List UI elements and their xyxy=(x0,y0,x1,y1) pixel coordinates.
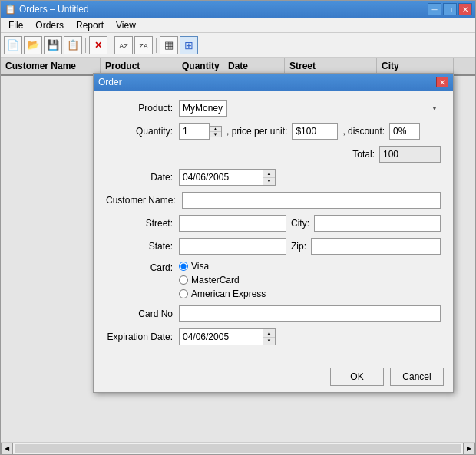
date-spin-down[interactable]: ▼ xyxy=(263,178,275,186)
table-button[interactable] xyxy=(180,36,198,54)
product-select-wrapper: MyMoney Product2 Product3 xyxy=(179,100,441,117)
card-visa-text: Visa xyxy=(191,261,209,272)
app-icon: 📋 xyxy=(4,3,16,15)
card-mastercard-radio[interactable] xyxy=(179,275,188,285)
expiration-date-spinner: ▲ ▼ xyxy=(263,328,276,345)
menu-report[interactable]: Report xyxy=(70,18,110,32)
customer-name-input[interactable] xyxy=(182,192,441,209)
menu-orders[interactable]: Orders xyxy=(29,18,70,32)
dialog-close-button[interactable]: ✕ xyxy=(436,77,448,87)
order-dialog: Order ✕ Product: MyMoney Product2 Produc… xyxy=(93,73,454,393)
save-button[interactable] xyxy=(44,36,62,54)
toolbar xyxy=(1,33,475,58)
sort-desc-button[interactable] xyxy=(134,36,153,54)
city-label: City: xyxy=(291,218,309,229)
quantity-row: Quantity: ▲ ▼ , price per unit: , discou… xyxy=(106,123,441,140)
customer-name-row: Customer Name: xyxy=(106,192,441,209)
zip-label: Zip: xyxy=(291,241,306,252)
total-label: Total: xyxy=(352,149,375,160)
street-input[interactable] xyxy=(179,215,286,232)
new-icon xyxy=(7,39,19,51)
expiration-date-row: Expiration Date: ▲ ▼ xyxy=(106,328,441,345)
card-amex-text: American Express xyxy=(191,288,266,299)
dialog-overlay: Order ✕ Product: MyMoney Product2 Produc… xyxy=(1,58,475,454)
delete-button[interactable] xyxy=(89,36,107,54)
scroll-right-button[interactable]: ▶ xyxy=(463,443,475,455)
card-visa-label[interactable]: Visa xyxy=(179,261,266,272)
card-mastercard-label[interactable]: MasterCard xyxy=(179,275,266,285)
delete-icon xyxy=(94,40,102,51)
expiration-date-label: Expiration Date: xyxy=(106,331,179,342)
product-row: Product: MyMoney Product2 Product3 xyxy=(106,100,441,117)
grid-button[interactable] xyxy=(160,36,178,54)
product-select[interactable]: MyMoney Product2 Product3 xyxy=(179,100,227,117)
expiration-spin-up[interactable]: ▲ xyxy=(263,329,275,338)
toolbar-separator-3 xyxy=(156,38,157,53)
window-close-button[interactable]: ✕ xyxy=(458,3,472,15)
zip-input[interactable] xyxy=(311,238,441,255)
sort-desc-icon xyxy=(139,40,148,51)
discount-label: , discount: xyxy=(342,126,385,137)
expiration-date-input[interactable] xyxy=(179,328,263,345)
expiration-date-wrapper: ▲ ▼ xyxy=(179,328,276,345)
quantity-spin-up[interactable]: ▲ xyxy=(210,127,221,132)
sort-asc-icon xyxy=(119,40,128,51)
copy-button[interactable] xyxy=(64,36,82,54)
horizontal-scrollbar[interactable]: ◀ ▶ xyxy=(1,442,475,454)
dialog-title: Order xyxy=(98,77,122,87)
price-per-unit-input[interactable] xyxy=(292,123,338,140)
date-input[interactable] xyxy=(179,169,263,186)
date-row: Date: ▲ ▼ xyxy=(106,169,441,186)
menu-file[interactable]: File xyxy=(2,18,29,32)
card-no-row: Card No xyxy=(106,305,441,322)
menu-bar: File Orders Report View xyxy=(1,18,475,33)
city-input[interactable] xyxy=(314,215,441,232)
expiration-spin-down[interactable]: ▼ xyxy=(263,338,275,345)
title-bar: 📋 Orders – Untitled ─ □ ✕ xyxy=(1,1,475,18)
state-input[interactable] xyxy=(179,238,286,255)
customer-name-label: Customer Name: xyxy=(106,195,182,206)
dialog-title-bar: Order ✕ xyxy=(94,74,453,91)
title-bar-left: 📋 Orders – Untitled xyxy=(4,3,89,15)
title-buttons: ─ □ ✕ xyxy=(428,3,472,15)
minimize-button[interactable]: ─ xyxy=(428,3,441,15)
card-label: Card: xyxy=(106,261,179,273)
price-per-unit-label: , price per unit: xyxy=(226,126,287,137)
card-amex-label[interactable]: American Express xyxy=(179,288,266,299)
toolbar-separator-1 xyxy=(85,38,86,53)
open-icon xyxy=(27,39,39,51)
menu-view[interactable]: View xyxy=(110,18,142,32)
maximize-button[interactable]: □ xyxy=(443,3,457,15)
cancel-button[interactable]: Cancel xyxy=(390,368,444,386)
table-area: Customer Name Product Quantity Date Stre… xyxy=(1,58,475,454)
window-title: Orders – Untitled xyxy=(19,4,89,15)
card-visa-radio[interactable] xyxy=(179,262,188,271)
card-no-input[interactable] xyxy=(179,305,441,322)
date-wrapper: ▲ ▼ xyxy=(179,169,276,186)
ok-button[interactable]: OK xyxy=(330,368,384,386)
card-row: Card: Visa MasterCard xyxy=(106,261,441,299)
date-spin-up[interactable]: ▲ xyxy=(263,170,275,178)
copy-icon xyxy=(67,39,79,51)
main-window: 📋 Orders – Untitled ─ □ ✕ File Orders Re… xyxy=(0,0,476,455)
grid-icon xyxy=(164,39,174,51)
card-mastercard-text: MasterCard xyxy=(191,275,240,285)
date-label: Date: xyxy=(106,172,179,183)
new-button[interactable] xyxy=(4,36,22,54)
street-label: Street: xyxy=(106,218,179,229)
quantity-label: Quantity: xyxy=(106,126,179,137)
quantity-input[interactable] xyxy=(179,123,210,140)
date-spinner: ▲ ▼ xyxy=(263,169,276,186)
quantity-spin-down[interactable]: ▼ xyxy=(210,132,221,137)
open-button[interactable] xyxy=(24,36,42,54)
dialog-content: Product: MyMoney Product2 Product3 Quant… xyxy=(94,91,453,361)
card-amex-radio[interactable] xyxy=(179,289,188,298)
save-icon xyxy=(47,39,59,51)
product-label: Product: xyxy=(106,103,179,114)
state-label: State: xyxy=(106,241,179,252)
scrollbar-track[interactable] xyxy=(15,444,461,453)
dialog-footer: OK Cancel xyxy=(94,361,453,392)
discount-input[interactable] xyxy=(389,123,420,140)
sort-asc-button[interactable] xyxy=(114,36,133,54)
scroll-left-button[interactable]: ◀ xyxy=(1,443,13,455)
